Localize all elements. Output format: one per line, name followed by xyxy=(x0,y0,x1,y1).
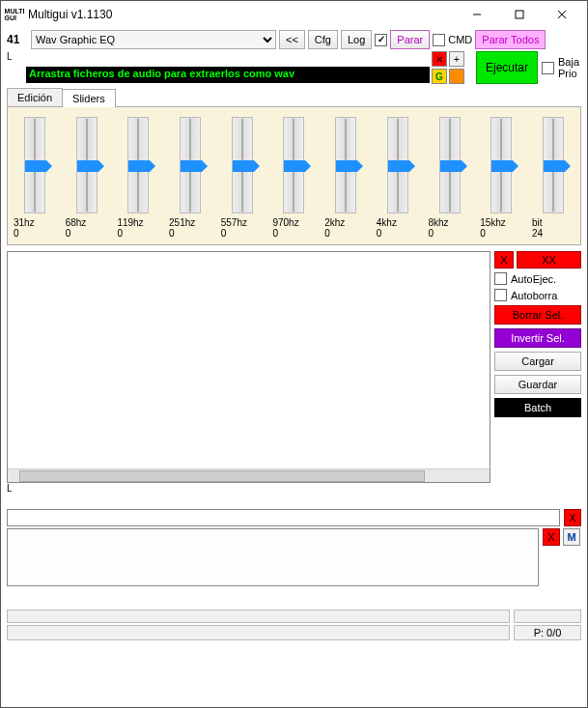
slider-track[interactable] xyxy=(76,117,98,213)
slider-thumb[interactable] xyxy=(25,160,46,172)
ejecutar-button[interactable]: Ejecutar xyxy=(476,51,538,84)
slider-value: 0 xyxy=(117,228,159,239)
autoejec-label: AutoEjec. xyxy=(511,273,556,285)
slider-track[interactable] xyxy=(127,117,149,213)
slider-value: 0 xyxy=(272,228,315,239)
window-title: Multigui v1.1130 xyxy=(28,8,456,21)
slider-label: 31hz xyxy=(14,217,56,228)
slider-value: 0 xyxy=(169,228,211,239)
file-list[interactable] xyxy=(7,251,490,483)
slider-label: 2khz xyxy=(324,217,367,228)
parar-todos-button[interactable]: Parar Todos xyxy=(475,30,546,49)
guardar-button[interactable]: Guardar xyxy=(494,375,581,394)
slider-value: 0 xyxy=(14,228,56,239)
mini-g-button[interactable]: G xyxy=(432,69,447,84)
slider-thumb[interactable] xyxy=(491,160,513,172)
log-checkbox[interactable] xyxy=(375,34,387,46)
slider-thumb[interactable] xyxy=(336,160,357,172)
status-label: P: 0/0 xyxy=(514,625,581,640)
slider-label: 68hz xyxy=(66,217,108,228)
parar-button[interactable]: Parar xyxy=(390,30,430,49)
eq-slider-2: 119hz0 xyxy=(117,117,159,239)
baja-prio-checkbox[interactable] xyxy=(542,62,554,74)
list-hscroll[interactable] xyxy=(8,468,490,482)
cmd-checkbox[interactable] xyxy=(433,34,445,46)
slider-thumb[interactable] xyxy=(181,160,202,172)
slider-thumb[interactable] xyxy=(388,160,409,172)
slider-value: 0 xyxy=(324,228,367,239)
eq-slider-5: 970hz0 xyxy=(272,117,315,239)
slider-track[interactable] xyxy=(387,117,408,213)
autoejec-checkbox[interactable] xyxy=(494,272,507,285)
eq-slider-7: 4khz0 xyxy=(377,117,419,239)
maximize-button[interactable] xyxy=(498,1,541,28)
close-button[interactable] xyxy=(541,1,583,28)
svg-rect-1 xyxy=(516,11,523,18)
progress-bar-1 xyxy=(7,609,510,623)
slider-value: 0 xyxy=(429,228,471,239)
slider-label: 970hz xyxy=(272,217,315,228)
command-input[interactable] xyxy=(7,509,560,526)
cfg-button[interactable]: Cfg xyxy=(308,30,338,49)
cargar-button[interactable]: Cargar xyxy=(494,352,581,371)
slider-track[interactable] xyxy=(232,117,253,213)
baja-label-1: Baja xyxy=(558,56,579,68)
eq-slider-6: 2khz0 xyxy=(324,117,367,239)
autoborra-checkbox[interactable] xyxy=(494,289,507,301)
log-button[interactable]: Log xyxy=(341,30,372,49)
slider-track[interactable] xyxy=(283,117,304,213)
xx-button[interactable]: XX xyxy=(517,251,581,269)
slider-thumb[interactable] xyxy=(544,160,565,172)
progress-bar-2 xyxy=(7,625,510,640)
mini-orange-button[interactable] xyxy=(449,69,464,84)
l-label: L xyxy=(7,51,22,62)
preset-select[interactable]: Wav Graphic EQ xyxy=(31,30,276,49)
log-clear-button[interactable]: X xyxy=(543,528,560,546)
slider-value: 0 xyxy=(221,228,264,239)
slider-label: bit xyxy=(532,217,574,228)
m-button[interactable]: M xyxy=(563,528,580,546)
autoborra-label: Autoborra xyxy=(511,290,557,301)
eq-slider-10: bit24 xyxy=(532,117,574,239)
eq-slider-9: 15khz0 xyxy=(480,117,522,239)
slider-value: 0 xyxy=(480,228,522,239)
slider-track[interactable] xyxy=(439,117,461,213)
eq-slider-0: 31hz0 xyxy=(14,117,56,239)
back-button[interactable]: << xyxy=(279,30,305,49)
mini-plus-button[interactable]: + xyxy=(449,51,464,67)
slider-label: 251hz xyxy=(169,217,211,228)
l-mark: L xyxy=(7,483,581,494)
slider-thumb[interactable] xyxy=(128,160,150,172)
slider-label: 8khz xyxy=(429,217,471,228)
slider-track[interactable] xyxy=(490,117,512,213)
slider-thumb[interactable] xyxy=(440,160,462,172)
slider-track[interactable] xyxy=(543,117,564,213)
slider-track[interactable] xyxy=(180,117,201,213)
cmd-label: CMD xyxy=(448,34,472,45)
slider-label: 119hz xyxy=(117,217,159,228)
slider-thumb[interactable] xyxy=(77,160,98,172)
eq-slider-4: 557hz0 xyxy=(221,117,264,239)
slider-thumb[interactable] xyxy=(284,160,305,172)
slider-thumb[interactable] xyxy=(233,160,254,172)
preset-number: 41 xyxy=(7,33,28,46)
eq-panel: 31hz068hz0119hz0251hz0557hz0970hz02khz04… xyxy=(7,106,581,245)
tab-edicion[interactable]: Edición xyxy=(7,88,63,106)
slider-track[interactable] xyxy=(24,117,45,213)
baja-label-2: Prio xyxy=(558,68,579,79)
slider-value: 0 xyxy=(66,228,108,239)
tab-sliders[interactable]: Sliders xyxy=(62,89,116,107)
slider-value: 24 xyxy=(532,228,574,239)
batch-button[interactable]: Batch xyxy=(494,398,581,417)
input-clear-button[interactable]: X xyxy=(564,509,581,526)
x-button[interactable]: X xyxy=(494,251,514,269)
invertir-sel-button[interactable]: Invertir Sel. xyxy=(494,328,581,348)
log-box[interactable] xyxy=(7,528,539,586)
slider-track[interactable] xyxy=(335,117,356,213)
mini-close-icon[interactable]: ✕ xyxy=(432,51,447,67)
slider-label: 557hz xyxy=(221,217,264,228)
eq-slider-3: 251hz0 xyxy=(169,117,211,239)
minimize-button[interactable] xyxy=(456,1,498,28)
borrar-sel-button[interactable]: Borrar Sel. xyxy=(494,305,581,325)
slider-label: 15khz xyxy=(480,217,522,228)
